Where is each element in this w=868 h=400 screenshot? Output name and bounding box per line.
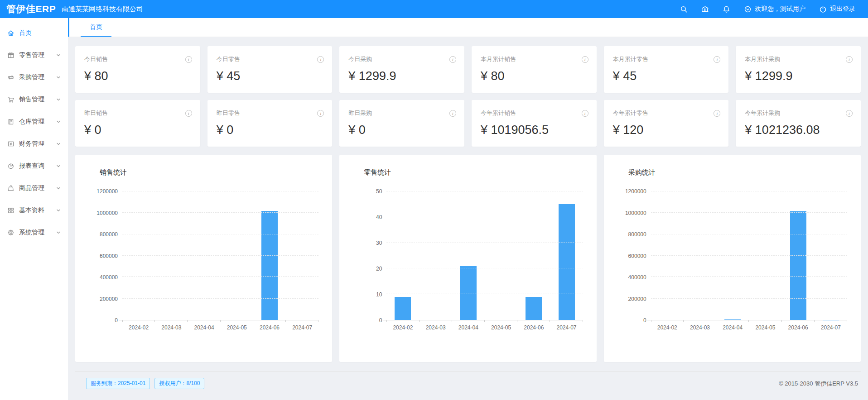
stat-label: 昨日零售 bbox=[217, 109, 240, 117]
bar-slot bbox=[749, 191, 781, 320]
gridline bbox=[122, 234, 318, 234]
bar-slot bbox=[221, 191, 253, 320]
info-icon[interactable]: i bbox=[185, 56, 192, 63]
stat-value: ¥ 80 bbox=[481, 69, 588, 83]
gridline bbox=[386, 243, 583, 243]
sidebar-item-reports[interactable]: 报表查询 bbox=[0, 157, 68, 175]
stat-label: 本月累计采购 bbox=[745, 55, 780, 63]
x-tick-label: 2024-02 bbox=[386, 324, 419, 331]
y-tick-label: 10 bbox=[376, 291, 382, 298]
stat-cards-row-1: 今日销售i ¥ 80 今日零售i ¥ 45 今日采购i ¥ 1299.9 本月累… bbox=[75, 46, 861, 93]
welcome-text: 欢迎您，测试用户 bbox=[755, 5, 805, 13]
x-tick-label: 2024-02 bbox=[122, 324, 155, 331]
sidebar-item-home[interactable]: 首页 bbox=[0, 24, 68, 42]
gridline bbox=[386, 294, 583, 294]
stat-card-today-sales: 今日销售i ¥ 80 bbox=[75, 46, 200, 93]
y-tick-label: 40 bbox=[376, 214, 382, 220]
x-tick-label: 2024-02 bbox=[651, 324, 684, 331]
bar-2024-02[interactable] bbox=[395, 297, 411, 320]
search-icon[interactable] bbox=[680, 5, 688, 13]
bar-2024-04[interactable] bbox=[724, 319, 741, 320]
bar-slot bbox=[684, 191, 716, 320]
sidebar-item-label: 零售管理 bbox=[19, 51, 44, 59]
sidebar-item-sales[interactable]: 销售管理 bbox=[0, 90, 68, 109]
stat-label: 今年累计销售 bbox=[481, 109, 516, 117]
bar-slot bbox=[485, 191, 517, 320]
stat-card-month-retail: 本月累计零售i ¥ 45 bbox=[604, 46, 729, 93]
y-tick-label: 0 bbox=[643, 317, 646, 324]
sidebar-item-retail[interactable]: 零售管理 bbox=[0, 46, 68, 64]
x-axis: 2024-022024-032024-042024-052024-062024-… bbox=[122, 324, 318, 331]
gridline bbox=[651, 298, 847, 299]
y-tick-label: 0 bbox=[115, 317, 118, 324]
dashboard-page: 今日销售i ¥ 80 今日零售i ¥ 45 今日采购i ¥ 1299.9 本月累… bbox=[68, 37, 868, 400]
sidebar-item-system[interactable]: 系统管理 bbox=[0, 224, 68, 242]
welcome-user-menu[interactable]: 欢迎您，测试用户 bbox=[744, 5, 805, 13]
x-tick-label: 2024-07 bbox=[550, 324, 583, 331]
bar-2024-06[interactable] bbox=[526, 297, 542, 320]
info-icon[interactable]: i bbox=[582, 110, 588, 117]
bell-icon[interactable] bbox=[723, 5, 730, 13]
service-expiry-badge[interactable]: 服务到期：2025-01-01 bbox=[86, 378, 150, 389]
info-icon[interactable]: i bbox=[317, 56, 324, 63]
bar-2024-06[interactable] bbox=[261, 211, 278, 320]
sidebar-item-basic-data[interactable]: 基本资料 bbox=[0, 201, 68, 219]
sidebar-item-label: 采购管理 bbox=[19, 73, 44, 81]
bank-icon[interactable] bbox=[701, 5, 709, 13]
x-tick-label: 2024-06 bbox=[517, 324, 550, 331]
bar-2024-04[interactable] bbox=[460, 266, 477, 320]
logout-button[interactable]: 退出登录 bbox=[819, 5, 855, 13]
info-icon[interactable]: i bbox=[846, 110, 853, 117]
chart-title: 采购统计 bbox=[628, 168, 847, 177]
sidebar: 首页 零售管理 采购管理 销售管理 仓库管理 bbox=[0, 18, 68, 400]
sidebar-item-purchase[interactable]: 采购管理 bbox=[0, 68, 68, 86]
bar-slot bbox=[517, 191, 550, 320]
info-icon[interactable]: i bbox=[185, 110, 192, 117]
bar-slot bbox=[286, 191, 318, 320]
x-axis: 2024-022024-032024-042024-052024-062024-… bbox=[651, 324, 847, 331]
x-tick-label: 2024-05 bbox=[221, 324, 253, 331]
info-icon[interactable]: i bbox=[317, 110, 324, 117]
gridline bbox=[122, 298, 318, 299]
sidebar-item-label: 报表查询 bbox=[19, 162, 44, 170]
gridline bbox=[122, 276, 318, 277]
tab-home[interactable]: 首页 bbox=[81, 18, 111, 37]
chevron-down-icon bbox=[56, 186, 61, 190]
x-tick-label: 2024-03 bbox=[420, 324, 452, 331]
gridline bbox=[122, 191, 318, 191]
x-tick-label: 2024-06 bbox=[253, 324, 286, 331]
stat-card-yesterday-purchase: 昨日采购i ¥ 0 bbox=[339, 100, 464, 147]
y-tick-label: 600000 bbox=[100, 253, 118, 259]
chart-title: 销售统计 bbox=[100, 168, 318, 177]
x-axis: 2024-022024-032024-042024-052024-062024-… bbox=[386, 324, 583, 331]
licensed-users-badge[interactable]: 授权用户：8/100 bbox=[154, 378, 204, 389]
y-tick-label: 20 bbox=[376, 266, 382, 272]
retail-chart-panel: 零售统计 01020304050 2024-022024-032024-0420… bbox=[339, 155, 596, 362]
user-circle-icon bbox=[744, 5, 752, 13]
gridline bbox=[651, 212, 847, 213]
page-footer: 服务到期：2025-01-01 授权用户：8/100 © 2015-2030 管… bbox=[75, 371, 861, 389]
stat-card-year-sales: 今年累计销售i ¥ 1019056.5 bbox=[472, 100, 597, 147]
sidebar-item-warehouse[interactable]: 仓库管理 bbox=[0, 113, 68, 131]
info-icon[interactable]: i bbox=[714, 110, 720, 117]
info-icon[interactable]: i bbox=[714, 56, 720, 63]
info-icon[interactable]: i bbox=[582, 56, 588, 63]
stat-label: 昨日采购 bbox=[348, 109, 372, 117]
sidebar-item-finance[interactable]: 财务管理 bbox=[0, 135, 68, 153]
reports-icon bbox=[7, 162, 14, 170]
bar-2024-06[interactable] bbox=[790, 211, 806, 320]
purchase-icon bbox=[7, 74, 14, 81]
x-tick-label: 2024-04 bbox=[188, 324, 220, 331]
info-icon[interactable]: i bbox=[449, 56, 456, 63]
bar-2024-07[interactable] bbox=[559, 204, 575, 320]
logout-icon bbox=[819, 5, 827, 13]
info-icon[interactable]: i bbox=[449, 110, 456, 117]
system-icon bbox=[7, 229, 14, 236]
sidebar-item-goods[interactable]: 商品管理 bbox=[0, 179, 68, 197]
sales-icon bbox=[7, 96, 14, 103]
stat-label: 今日零售 bbox=[217, 55, 240, 63]
stat-value: ¥ 45 bbox=[613, 69, 721, 83]
chevron-down-icon bbox=[56, 208, 61, 213]
info-icon[interactable]: i bbox=[846, 56, 853, 63]
purchase-chart-panel: 采购统计 02000004000006000008000001000000120… bbox=[604, 155, 861, 362]
